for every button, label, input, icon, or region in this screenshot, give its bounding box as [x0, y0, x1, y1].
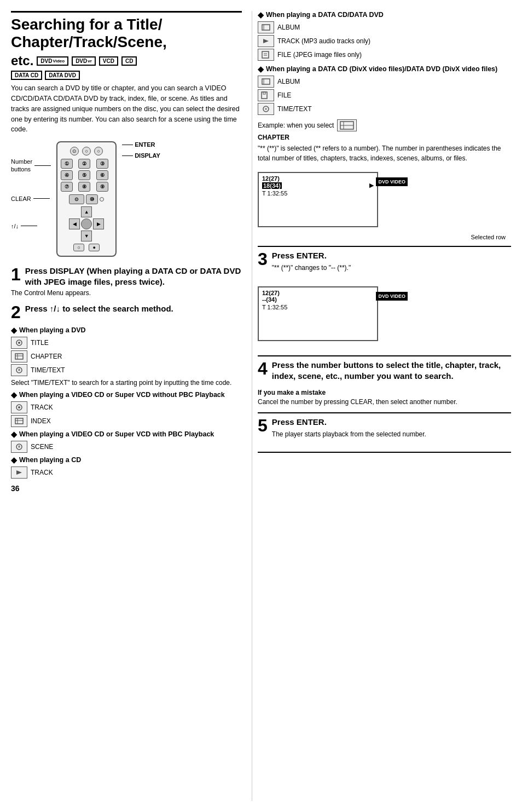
album-icon-divx: [258, 76, 274, 88]
screen1-wrapper: 12(27) 18(34) ▶ T 1:32:55 DVD VIDEO: [258, 169, 378, 231]
enter-display-labels: ENTER DISPLAY: [122, 141, 160, 161]
timetext-icon: [11, 364, 27, 376]
icon-scene: SCENE: [11, 441, 242, 453]
num-1[interactable]: ①: [61, 159, 73, 169]
step-2-title: Press ↑/↓ to select the search method.: [11, 303, 242, 314]
icon-index: INDEX: [11, 415, 242, 427]
icon-timetext-divx: TIME/TEXT: [258, 103, 511, 115]
remote-labels: Numberbuttons CLEAR ↑/↓: [11, 141, 51, 229]
chapter-label: CHAPTER: [258, 134, 511, 141]
intro-text: You can search a DVD by title or chapter…: [11, 83, 242, 135]
bullet-data-cd-divx: ◆ When playing a DATA CD (DivX video fil…: [258, 65, 511, 115]
main-title: Searching for a Title/ Chapter/Track/Sce…: [11, 11, 242, 51]
left-column: Searching for a Title/ Chapter/Track/Sce…: [11, 11, 252, 801]
bullet-cd: ◆ When playing a CD TRACK: [11, 456, 242, 479]
icon-track-vcd: TRACK: [11, 401, 242, 413]
dpad-center[interactable]: [81, 218, 92, 229]
icon-chapter: CHAPTER: [11, 350, 242, 362]
num-0[interactable]: ⑩: [86, 194, 98, 204]
num-2[interactable]: ②: [78, 159, 90, 169]
step-3-num: 3: [258, 250, 268, 268]
badge-vcd: VCD: [99, 56, 118, 66]
chapter-example-icon: [337, 119, 357, 131]
badge-row2: DATA CD DATA DVD: [11, 71, 242, 80]
section-divider-3: [258, 412, 511, 413]
dvd-badge-1: DVD VIDEO: [376, 177, 408, 186]
subtitle-row: etc. DVDVideo DVDvr VCD CD: [11, 53, 242, 68]
mistake-heading: If you make a mistake: [258, 389, 511, 396]
num-7[interactable]: ⑦: [61, 182, 73, 192]
file-icon-divx: [258, 89, 274, 101]
track-icon-vcd: [11, 401, 27, 413]
step-3-body: "** (**)" changes to "-- (**).": [258, 263, 511, 273]
step-3-title: Press ENTER.: [258, 250, 511, 261]
bullet-vcd-pbc-heading: ◆ When playing a VIDEO CD or Super VCD w…: [11, 430, 242, 439]
bullet-when-dvd: ◆ When playing a DVD TITLE CHAPTER TIME: [11, 326, 242, 388]
svg-rect-10: [15, 418, 23, 424]
badge-dvdvideo: DVDVideo: [37, 56, 68, 66]
badge-cd: CD: [121, 56, 137, 66]
dpad-right[interactable]: ▶: [93, 218, 104, 229]
step-4-num: 4: [258, 360, 268, 377]
num-3[interactable]: ③: [96, 159, 108, 169]
dot-side: [100, 197, 104, 201]
remote-btn-top3: ○: [94, 147, 103, 156]
clear-btn[interactable]: ⊙: [69, 194, 84, 204]
svg-rect-23: [262, 92, 267, 99]
screen2-wrapper: 12(27) --(34) T 1:32:55 DVD VIDEO: [258, 283, 378, 344]
svg-rect-16: [262, 25, 270, 30]
page-number: 36: [11, 484, 242, 493]
bottom-line: [258, 452, 511, 453]
section-divider-2: [258, 355, 511, 356]
dvd-badge-2: DVD VIDEO: [376, 292, 408, 301]
icon-album-divx: ALBUM: [258, 76, 511, 88]
remote-btn-top2: ○: [82, 147, 91, 156]
label-clear: CLEAR: [11, 195, 51, 202]
bullet-vcd-no-pbc: ◆ When playing a VIDEO CD or Super VCD w…: [11, 391, 242, 427]
label-number-buttons: Numberbuttons: [11, 158, 51, 174]
icon-album-data: ALBUM: [258, 21, 511, 33]
icon-file-divx: FILE: [258, 89, 511, 101]
bullet-cd-heading: ◆ When playing a CD: [11, 456, 242, 464]
svg-rect-2: [15, 354, 23, 359]
track-icon-data: [258, 35, 274, 47]
dpad-up[interactable]: ▲: [81, 206, 92, 217]
svg-point-9: [18, 406, 20, 408]
dvd-arrow1: ▶: [369, 182, 374, 189]
bullet-when-dvd-heading: ◆ When playing a DVD: [11, 326, 242, 335]
remote-bottom-btn2[interactable]: ●: [89, 244, 100, 251]
example-row: Example: when you select: [258, 119, 511, 131]
dpad-down[interactable]: ▼: [81, 231, 92, 241]
step-1: 1 Press DISPLAY (When playing a DATA CD …: [11, 266, 242, 298]
step-1-num: 1: [11, 266, 21, 283]
section-divider: [258, 246, 511, 247]
bullet-vcd-pbc: ◆ When playing a VIDEO CD or Super VCD w…: [11, 430, 242, 453]
icon-track-data: TRACK (MP3 audio tracks only): [258, 35, 511, 47]
num-5[interactable]: ⑤: [78, 170, 90, 180]
dvd-screen-2: 12(27) --(34) T 1:32:55 DVD VIDEO: [258, 286, 378, 341]
num-4[interactable]: ④: [61, 170, 73, 180]
page-container: Searching for a Title/ Chapter/Track/Sce…: [0, 0, 522, 812]
step-4: 4 Press the number buttons to select the…: [258, 360, 511, 383]
chapter-icon: [11, 350, 27, 362]
step-4-title: Press the number buttons to select the t…: [258, 360, 511, 381]
icon-file-data: FILE (JPEG image files only): [258, 49, 511, 61]
remote-top-buttons: ⊙ ○ ○: [61, 147, 112, 156]
num-9[interactable]: ⑨: [96, 182, 108, 192]
right-column: ◆ When playing a DATA CD/DATA DVD ALBUM …: [252, 11, 511, 801]
numpad: ① ② ③ ④ ⑤ ⑥ ⑦ ⑧ ⑨: [61, 159, 112, 192]
track-icon-cd: [11, 467, 27, 479]
label-updown: ↑/↓: [11, 223, 51, 229]
num-8[interactable]: ⑧: [78, 182, 90, 192]
title-icon: [11, 337, 27, 349]
bullet-data-cd: ◆ When playing a DATA CD/DATA DVD ALBUM …: [258, 11, 511, 61]
num-6[interactable]: ⑥: [96, 170, 108, 180]
step-5: 5 Press ENTER. The player starts playbac…: [258, 417, 511, 443]
selected-row-label: Selected row: [258, 234, 506, 240]
example-description: "** (**)" is selected (** refers to a nu…: [258, 143, 511, 163]
badge-datacd: DATA CD: [11, 71, 42, 80]
index-icon: [11, 415, 27, 427]
dpad-left[interactable]: ◀: [69, 218, 80, 229]
display-label: DISPLAY: [135, 152, 160, 159]
remote-bottom-btn1[interactable]: ○: [73, 244, 84, 251]
